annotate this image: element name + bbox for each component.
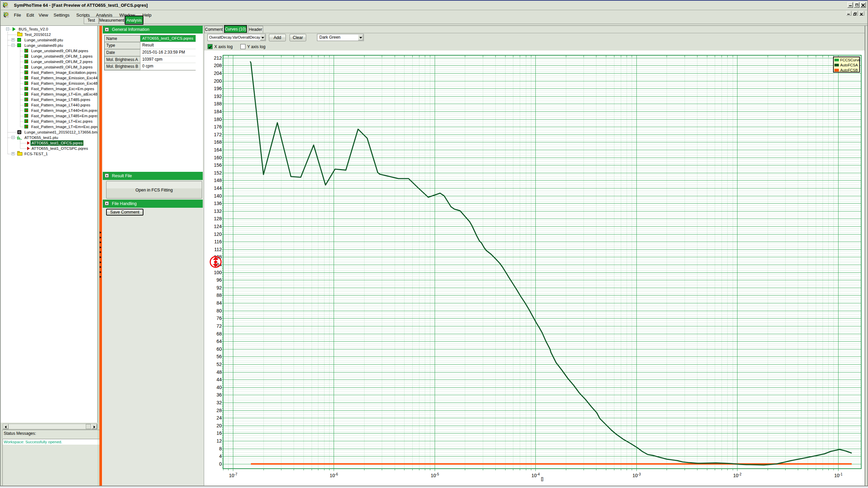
svg-text:76: 76 [216, 316, 222, 321]
svg-text:32: 32 [216, 400, 222, 405]
svg-text:88: 88 [216, 292, 222, 298]
svg-text:10-4: 10-4 [531, 472, 540, 478]
svg-text:116: 116 [214, 239, 222, 244]
svg-text:72: 72 [216, 323, 222, 329]
svg-text:10-5: 10-5 [431, 472, 439, 478]
svg-text:136: 136 [214, 201, 222, 206]
svg-text:80: 80 [216, 308, 222, 313]
svg-text:48: 48 [216, 369, 222, 375]
svg-text:176: 176 [214, 124, 222, 129]
svg-text:AutoFCSA: AutoFCSA [840, 63, 858, 67]
svg-text:96: 96 [216, 277, 222, 283]
svg-text:188: 188 [214, 101, 222, 106]
svg-text:56: 56 [216, 354, 222, 359]
svg-text:132: 132 [214, 208, 222, 214]
svg-text:10-6: 10-6 [330, 472, 338, 478]
svg-text:140: 140 [214, 193, 222, 199]
svg-text:24: 24 [216, 415, 222, 421]
svg-text:4: 4 [219, 453, 222, 459]
svg-text:10-3: 10-3 [632, 472, 641, 478]
svg-text:40: 40 [216, 385, 222, 390]
svg-text:124: 124 [214, 224, 222, 229]
svg-text:36: 36 [216, 392, 222, 398]
svg-text:68: 68 [216, 331, 222, 337]
svg-text:184: 184 [214, 109, 222, 114]
svg-text:10-1: 10-1 [834, 472, 843, 478]
svg-text:10-7: 10-7 [229, 472, 237, 478]
svg-text:FCCSCurve: FCCSCurve [840, 58, 860, 62]
svg-text:28: 28 [216, 408, 222, 413]
svg-text:20: 20 [216, 423, 222, 428]
svg-text:8: 8 [219, 446, 222, 451]
svg-text:172: 172 [214, 132, 222, 137]
svg-text:10-2: 10-2 [733, 472, 742, 478]
svg-text:144: 144 [214, 185, 222, 191]
svg-text:64: 64 [216, 339, 222, 344]
svg-text:200: 200 [214, 78, 222, 84]
svg-text:208: 208 [214, 63, 222, 68]
svg-text:168: 168 [214, 139, 222, 145]
svg-text:52: 52 [216, 362, 222, 367]
svg-text:84: 84 [216, 300, 222, 306]
svg-text:160: 160 [214, 155, 222, 160]
svg-text:[]: [] [541, 476, 543, 481]
svg-text:212: 212 [214, 55, 222, 61]
svg-text:AutoFCSB: AutoFCSB [840, 68, 858, 72]
svg-text:92: 92 [216, 285, 222, 290]
svg-text:16: 16 [216, 430, 222, 436]
svg-text:180: 180 [214, 117, 222, 122]
svg-text:0: 0 [219, 461, 222, 467]
svg-text:100: 100 [214, 270, 222, 275]
svg-text:148: 148 [214, 178, 222, 183]
svg-text:112: 112 [214, 247, 222, 252]
svg-text:12: 12 [216, 438, 222, 444]
svg-text:44: 44 [216, 377, 222, 382]
svg-text:192: 192 [214, 94, 222, 99]
svg-text:60: 60 [216, 346, 222, 352]
svg-text:128: 128 [214, 216, 222, 221]
svg-text:120: 120 [214, 231, 222, 237]
svg-text:204: 204 [214, 70, 222, 76]
svg-text:196: 196 [214, 86, 222, 91]
svg-text:156: 156 [214, 162, 222, 168]
svg-text:164: 164 [214, 147, 222, 152]
svg-text:152: 152 [214, 170, 222, 176]
